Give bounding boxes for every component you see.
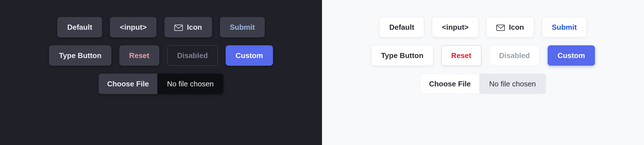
disabled-button-label: Disabled <box>499 51 530 60</box>
submit-button-label: Submit <box>552 23 577 32</box>
light-theme-pane: Default <input> Icon Submit Type Bu <box>322 0 644 145</box>
reset-button[interactable]: Reset <box>119 45 159 66</box>
type-button[interactable]: Type Button <box>371 45 433 66</box>
type-button[interactable]: Type Button <box>49 45 111 66</box>
choose-file-label: Choose File <box>429 80 471 88</box>
reset-button-label: Reset <box>129 51 149 60</box>
choose-file-button[interactable]: Choose File <box>99 74 157 94</box>
choose-file-button[interactable]: Choose File <box>420 74 479 94</box>
button-row-2: Type Button Reset Disabled Custom <box>49 45 273 66</box>
input-button[interactable]: <input> <box>110 17 156 37</box>
file-row: Choose File No file chosen <box>420 74 546 94</box>
reset-button-label: Reset <box>451 51 471 60</box>
icon-button-label: Icon <box>509 23 524 32</box>
file-status-text: No file chosen <box>167 80 214 88</box>
button-row-1: Default <input> Icon Submit <box>57 17 265 37</box>
submit-button[interactable]: Submit <box>542 17 587 37</box>
input-button[interactable]: <input> <box>432 17 478 37</box>
reset-button[interactable]: Reset <box>441 45 481 66</box>
dark-theme-pane: Default <input> Icon Submit Type Bu <box>0 0 322 145</box>
default-button[interactable]: Default <box>57 17 102 37</box>
input-button-label: <input> <box>120 23 147 32</box>
default-button[interactable]: Default <box>379 17 424 37</box>
svg-rect-0 <box>175 25 183 31</box>
svg-rect-1 <box>497 25 505 31</box>
default-button-label: Default <box>389 23 414 32</box>
disabled-button: Disabled <box>167 45 218 66</box>
custom-button[interactable]: Custom <box>226 45 273 66</box>
button-row-1: Default <input> Icon Submit <box>379 17 587 37</box>
envelope-icon <box>174 24 183 30</box>
custom-button[interactable]: Custom <box>548 45 595 66</box>
input-button-label: <input> <box>442 23 469 32</box>
icon-button[interactable]: Icon <box>164 17 212 37</box>
file-input[interactable]: Choose File No file chosen <box>420 74 546 94</box>
type-button-label: Type Button <box>59 51 101 60</box>
button-row-2: Type Button Reset Disabled Custom <box>371 45 595 66</box>
icon-button-label: Icon <box>187 23 202 32</box>
choose-file-label: Choose File <box>107 80 149 88</box>
file-status-text: No file chosen <box>489 80 536 88</box>
custom-button-label: Custom <box>558 51 585 60</box>
file-row: Choose File No file chosen <box>99 74 223 94</box>
file-status: No file chosen <box>157 74 223 94</box>
file-input[interactable]: Choose File No file chosen <box>99 74 223 94</box>
disabled-button: Disabled <box>489 45 540 66</box>
submit-button[interactable]: Submit <box>220 17 265 37</box>
submit-button-label: Submit <box>230 23 255 32</box>
type-button-label: Type Button <box>381 51 423 60</box>
default-button-label: Default <box>67 23 92 32</box>
envelope-icon <box>496 24 505 30</box>
disabled-button-label: Disabled <box>177 51 208 60</box>
custom-button-label: Custom <box>236 51 263 60</box>
file-status: No file chosen <box>480 74 546 94</box>
icon-button[interactable]: Icon <box>486 17 534 37</box>
